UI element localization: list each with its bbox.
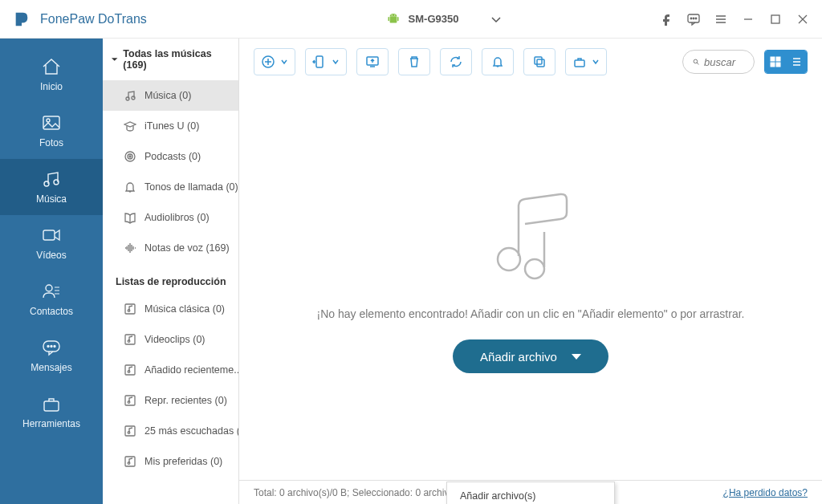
svg-rect-42 [537,59,544,67]
cat-label: iTunes U (0) [144,120,199,132]
nav-tools[interactable]: Herramientas [0,384,103,440]
titlebar-actions [660,13,809,26]
delete-button[interactable] [398,48,430,75]
svg-point-19 [54,346,55,348]
pl-favorites[interactable]: Mis preferidas (0) [103,446,238,477]
close-icon[interactable] [796,13,809,26]
pl-top25[interactable]: 25 más escuchadas (0) [103,416,238,446]
pl-classical[interactable]: Música clásica (0) [103,294,238,324]
app-logo-icon [13,10,31,28]
svg-point-6 [690,18,692,19]
nav-messages[interactable]: Mensajes [0,327,103,384]
svg-point-7 [693,18,694,19]
nav-label: Música [36,193,67,205]
device-name: SM-G9350 [409,13,459,25]
note-icon [124,89,136,102]
facebook-icon[interactable] [660,13,673,26]
empty-state: ¡No hay elemento encontrado! Añadir con … [239,85,822,480]
search-icon [693,56,699,67]
toolbox-icon [572,55,587,69]
svg-point-44 [694,59,698,63]
nav-photos[interactable]: Fotos [0,103,103,159]
cat-header[interactable]: Todas las músicas (169) [103,39,238,80]
svg-point-25 [129,156,131,157]
nav-videos[interactable]: Vídeos [0,215,103,271]
data-recovery-link[interactable]: ¿Ha perdido datos? [723,487,808,498]
collapse-icon [111,55,118,63]
empty-music-icon [486,192,575,288]
cat-itunesu[interactable]: iTunes U (0) [103,111,238,141]
nav-music[interactable]: Música [0,159,103,215]
svg-rect-46 [776,57,780,61]
phone-export-icon [312,55,327,69]
cat-section-header: Listas de reproducción [103,263,238,294]
playlist-icon [124,303,136,315]
svg-point-1 [391,14,392,15]
duplicate-button[interactable] [523,48,555,75]
nav-home[interactable]: Inicio [0,47,103,103]
ringtone-button[interactable] [482,48,514,75]
svg-point-17 [47,346,49,348]
duplicate-icon [532,55,547,69]
pl-recently-added[interactable]: Añadido recienteme.. [103,355,238,385]
add-file-menu: Añadir archivo(s) Añadir carpeta [446,482,615,504]
grid-view-button[interactable] [765,51,786,73]
nav-label: Contactos [30,306,73,317]
minimize-icon[interactable] [742,13,755,26]
device-selector[interactable]: SM-G9350 [230,13,660,26]
sidebar-nav: Inicio Fotos Música Vídeos Contactos Men… [0,39,103,504]
menu-add-files[interactable]: Añadir archivo(s) [447,482,614,504]
export-to-pc-button[interactable] [356,48,389,75]
add-button[interactable] [254,48,295,75]
pl-recently-played[interactable]: Repr. recientes (0) [103,385,238,416]
nav-label: Vídeos [36,250,66,261]
category-panel: Todas las músicas (169) Música (0) iTune… [103,39,239,504]
cat-music[interactable]: Música (0) [103,80,238,111]
video-icon [41,226,62,245]
maximize-icon[interactable] [769,13,782,26]
svg-rect-10 [43,116,59,129]
empty-text: ¡No hay elemento encontrado! Añadir con … [317,307,745,320]
search-field[interactable] [682,50,755,74]
plus-circle-icon [261,55,275,69]
playlist-icon [124,333,136,346]
app-name: FonePaw DoTrans [40,12,147,26]
svg-rect-3 [388,16,389,20]
grid-icon [770,56,781,67]
cat-audiobooks[interactable]: Audiolibros (0) [103,202,238,233]
cat-ringtones[interactable]: Tonos de llamada (0) [103,172,238,202]
svg-rect-36 [125,457,135,466]
podcast-icon [124,150,136,163]
home-icon [41,57,62,76]
cat-voicememos[interactable]: Notas de voz (169) [103,233,238,263]
svg-point-11 [47,119,50,122]
svg-rect-9 [771,15,779,23]
nav-label: Inicio [40,81,63,92]
export-to-device-button[interactable] [305,48,347,75]
feedback-icon[interactable] [687,13,700,26]
svg-point-15 [46,285,52,291]
svg-rect-14 [43,230,55,240]
toolbox-button[interactable] [565,48,607,75]
add-file-label: Añadir archivo [480,350,557,364]
cat-label: Repr. recientes (0) [144,395,227,406]
chevron-down-icon [280,58,288,66]
logo-wrap: FonePaw DoTrans [13,10,230,28]
svg-rect-30 [125,365,135,375]
refresh-button[interactable] [440,48,472,75]
playlist-icon [124,364,136,376]
pl-videoclips[interactable]: Videoclips (0) [103,324,238,355]
search-input[interactable] [704,56,744,68]
refresh-icon [449,55,463,69]
menu-icon[interactable] [714,13,727,26]
titlebar: FonePaw DoTrans SM-G9350 [0,0,822,39]
svg-point-18 [51,346,52,348]
list-view-button[interactable] [786,51,807,73]
cat-label: Música clásica (0) [144,303,225,315]
cat-label: Música (0) [144,90,191,101]
contacts-icon [41,282,62,301]
add-file-button[interactable]: Añadir archivo [453,339,608,373]
tools-icon [41,394,62,413]
cat-podcasts[interactable]: Podcasts (0) [103,141,238,172]
nav-contacts[interactable]: Contactos [0,271,103,327]
